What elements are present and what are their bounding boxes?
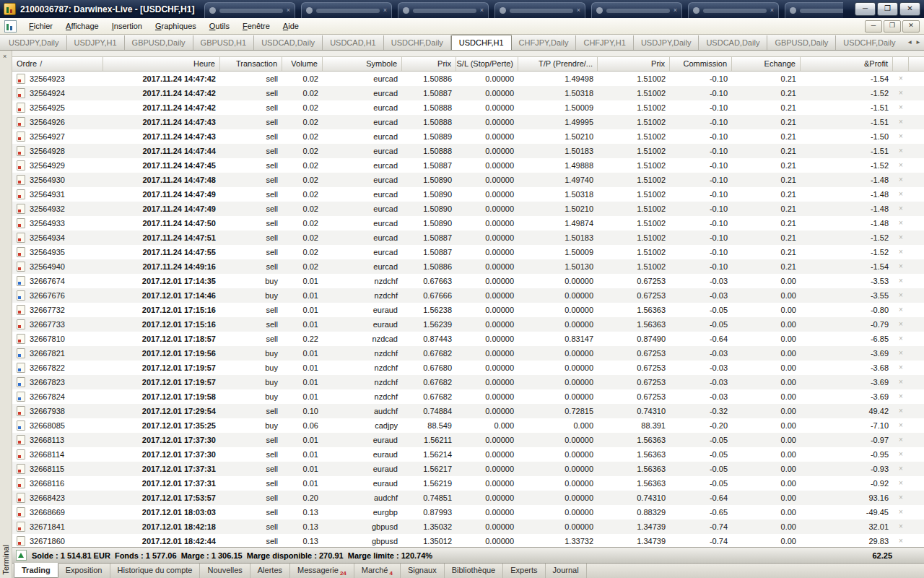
background-browser-tab[interactable]: × <box>591 2 682 18</box>
chart-tab-usdjpy-daily[interactable]: USDJPY,Daily <box>1 35 67 50</box>
tab-close-icon[interactable]: × <box>674 7 677 14</box>
close-button[interactable]: ✕ <box>899 2 920 16</box>
close-order-button[interactable]: × <box>893 433 909 447</box>
close-order-button[interactable]: × <box>893 534 909 547</box>
column-header-commission[interactable]: Commission <box>670 57 732 71</box>
close-order-button[interactable]: × <box>893 288 909 303</box>
close-order-button[interactable]: × <box>893 476 909 491</box>
table-row[interactable]: 325649342017.11.24 14:47:51sell0.02eurca… <box>12 230 924 245</box>
terminal-tab-messagerie[interactable]: Messagerie24 <box>290 564 354 578</box>
background-browser-tab[interactable]: × <box>301 2 392 18</box>
tab-close-icon[interactable]: × <box>287 7 290 14</box>
close-order-button[interactable]: × <box>893 245 909 259</box>
table-row[interactable]: 325649282017.11.24 14:47:44sell0.02eurca… <box>12 144 924 158</box>
menu-item-graphiques[interactable]: Graphiques <box>149 20 203 33</box>
column-header-t-p-prendre[interactable]: T/P (Prendre/... <box>518 57 598 71</box>
column-header-symbole[interactable]: Symbole <box>323 57 402 71</box>
menu-item-affichage[interactable]: Affichage <box>59 20 105 33</box>
table-row[interactable]: 325649262017.11.24 14:47:43sell0.02eurca… <box>12 115 924 129</box>
terminal-tab-experts[interactable]: Experts <box>503 564 545 578</box>
table-row[interactable]: 325649292017.11.24 14:47:45sell0.02eurca… <box>12 158 924 173</box>
mdi-close-button[interactable]: ✕ <box>902 20 920 33</box>
column-header-echange[interactable]: Echange <box>732 57 801 71</box>
table-row[interactable]: 325649242017.11.24 14:47:42sell0.02eurca… <box>12 86 924 100</box>
close-order-button[interactable]: × <box>893 187 909 202</box>
table-row[interactable]: 325649352017.11.24 14:47:55sell0.02eurca… <box>12 245 924 259</box>
table-row[interactable]: 325649332017.11.24 14:47:50sell0.02eurca… <box>12 216 924 230</box>
terminal-tab-trading[interactable]: Trading <box>14 563 58 578</box>
table-row[interactable]: 326684232017.12.01 17:53:57sell0.20audch… <box>12 491 924 505</box>
close-order-button[interactable]: × <box>893 158 909 173</box>
column-header-volume[interactable]: Volume <box>282 57 323 71</box>
terminal-close-icon[interactable]: × <box>3 53 6 60</box>
mdi-minimize-button[interactable]: ─ <box>865 20 882 33</box>
table-row[interactable]: 326718602017.12.01 18:42:44sell0.13gbpus… <box>12 534 924 547</box>
table-row[interactable]: 325649312017.11.24 14:47:49sell0.02eurca… <box>12 187 924 202</box>
menu-item-fichier[interactable]: Fichier <box>22 20 59 33</box>
chart-tab-chfjpy-h1[interactable]: CHFJPY,H1 <box>576 35 633 50</box>
table-row[interactable]: 325649322017.11.24 14:47:49sell0.02eurca… <box>12 202 924 216</box>
table-row[interactable]: 325649302017.11.24 14:47:48sell0.02eurca… <box>12 173 924 187</box>
chart-tab-usdchf-h1[interactable]: USDCHF,H1 <box>451 35 512 50</box>
tab-close-icon[interactable]: × <box>383 7 387 14</box>
close-order-button[interactable]: × <box>893 404 909 418</box>
terminal-tab-biblioth-que[interactable]: Bibliothèque <box>445 564 504 578</box>
close-order-button[interactable]: × <box>893 173 909 187</box>
table-row[interactable]: 326678222017.12.01 17:19:57buy0.01nzdchf… <box>12 361 924 375</box>
tab-close-icon[interactable]: × <box>480 7 484 14</box>
table-row[interactable]: 326681162017.12.01 17:37:31sell0.01eurau… <box>12 476 924 491</box>
table-row[interactable]: 326678232017.12.01 17:19:57buy0.01nzdchf… <box>12 375 924 389</box>
close-order-button[interactable]: × <box>893 129 909 144</box>
close-order-button[interactable]: × <box>893 230 909 245</box>
minimize-button[interactable]: ─ <box>855 2 876 16</box>
close-order-button[interactable]: × <box>893 375 909 389</box>
table-row[interactable]: 326681132017.12.01 17:37:30sell0.01eurau… <box>12 433 924 447</box>
column-header-s-l-stop-perte[interactable]: S/L (Stop/Perte) <box>456 57 518 71</box>
table-row[interactable]: 325649252017.11.24 14:47:42sell0.02eurca… <box>12 100 924 115</box>
close-order-button[interactable]: × <box>893 72 909 86</box>
chart-tab-usdjpy-daily[interactable]: USDJPY,Daily <box>634 35 699 50</box>
close-order-button[interactable]: × <box>893 346 909 361</box>
menu-item-outils[interactable]: Outils <box>203 20 236 33</box>
column-header-ordre[interactable]: Ordre/ <box>12 57 103 71</box>
close-order-button[interactable]: × <box>893 202 909 216</box>
close-order-button[interactable]: × <box>893 274 909 288</box>
terminal-tab-signaux[interactable]: Signaux <box>401 564 445 578</box>
terminal-tab-march[interactable]: Marché4 <box>354 564 401 578</box>
menu-item-insertion[interactable]: Insertion <box>105 20 149 33</box>
background-browser-tab[interactable]: × <box>785 2 843 18</box>
table-row[interactable]: 325649402017.11.24 14:49:16sell0.02eurca… <box>12 259 924 274</box>
chart-tab-usdchf-daily[interactable]: USDCHF,Daily <box>384 35 451 50</box>
close-order-button[interactable]: × <box>893 505 909 519</box>
table-row[interactable]: 326718412017.12.01 18:42:18sell0.13gbpus… <box>12 519 924 534</box>
chart-tab-usdcad-daily[interactable]: USDCAD,Daily <box>254 35 323 50</box>
close-order-button[interactable]: × <box>893 86 909 100</box>
table-row[interactable]: 326686692017.12.01 18:03:03sell0.13eurgb… <box>12 505 924 519</box>
maximize-button[interactable]: ❐ <box>877 2 898 16</box>
terminal-tab-exposition[interactable]: Exposition <box>58 564 110 578</box>
chart-tab-gbpusd-h1[interactable]: GBPUSD,H1 <box>193 35 255 50</box>
chart-tab-usdjpy-h1[interactable]: USDJPY,H1 <box>67 35 125 50</box>
close-order-button[interactable]: × <box>893 447 909 462</box>
table-row[interactable]: 326676742017.12.01 17:14:35buy0.01nzdchf… <box>12 274 924 288</box>
table-row[interactable]: 326678102017.12.01 17:18:57sell0.22nzdca… <box>12 332 924 346</box>
close-order-button[interactable]: × <box>893 491 909 505</box>
tab-scroll-left-icon[interactable]: ◄ <box>907 38 912 47</box>
table-row[interactable]: 325649272017.11.24 14:47:43sell0.02eurca… <box>12 129 924 144</box>
table-row[interactable]: 326677332017.12.01 17:15:16sell0.01eurau… <box>12 317 924 332</box>
tab-close-icon[interactable]: × <box>577 7 580 14</box>
close-order-button[interactable]: × <box>893 332 909 346</box>
column-header-prix[interactable]: Prix <box>598 57 670 71</box>
chart-tab-usdcad-daily[interactable]: USDCAD,Daily <box>699 35 767 50</box>
terminal-tab-historique-du-compte[interactable]: Historique du compte <box>110 564 201 578</box>
close-order-button[interactable]: × <box>893 259 909 274</box>
close-order-button[interactable]: × <box>893 144 909 158</box>
table-row[interactable]: 326678242017.12.01 17:19:58buy0.01nzdchf… <box>12 389 924 404</box>
table-row[interactable]: 326676762017.12.01 17:14:46buy0.01nzdchf… <box>12 288 924 303</box>
chart-tab-gbpusd-daily[interactable]: GBPUSD,Daily <box>125 35 193 50</box>
close-order-button[interactable]: × <box>893 462 909 476</box>
table-row[interactable]: 326681142017.12.01 17:37:30sell0.01eurau… <box>12 447 924 462</box>
menu-item-aide[interactable]: Aide <box>276 20 305 33</box>
background-browser-tab[interactable]: × <box>494 2 585 18</box>
terminal-tab-nouvelles[interactable]: Nouvelles <box>200 564 250 578</box>
